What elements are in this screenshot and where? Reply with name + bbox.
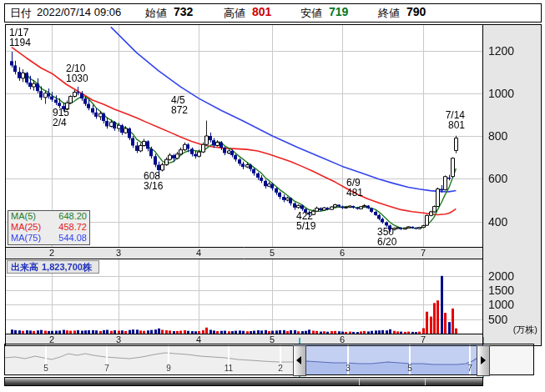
month-label-lower: 7 [415, 334, 431, 344]
chart-annotation: 7/14801 [437, 110, 465, 130]
chart-annotation: 1/171194 [9, 28, 31, 48]
price-axis-tick: 800 [488, 129, 507, 143]
chart-annotation: 3506/20 [377, 227, 396, 247]
month-label-upper: 3 [110, 248, 127, 258]
month-label-lower: 5 [264, 334, 280, 344]
ma-legend-label: MA(75) [11, 233, 41, 244]
quote-header: 日付 2022/07/14 09:06 始値 732 高値 801 安値 719… [4, 3, 542, 23]
chart-annotation: 6/9481 [346, 178, 363, 198]
price-axis-tick: 1000 [488, 87, 514, 100]
month-label-upper: 6 [334, 248, 351, 258]
navigator-selected-region[interactable] [305, 344, 477, 374]
volume-axis-tick: 2000 [488, 269, 514, 283]
right-arrow-icon [481, 356, 486, 364]
ma-legend-row: MA(25)458.72 [8, 222, 89, 233]
month-label-upper: 5 [264, 248, 280, 258]
month-label-lower: 4 [190, 334, 207, 344]
chart-annotation: 9152/4 [53, 108, 69, 128]
chart-annotation: 4225/19 [296, 211, 315, 231]
volume-unit-label: (万株) [482, 324, 537, 336]
chart-canvas [0, 0, 545, 392]
high-label: 高値 [224, 6, 245, 21]
ma-legend-value: 648.20 [58, 211, 87, 222]
month-label-upper: 4 [190, 248, 207, 258]
low-value: 719 [329, 5, 348, 18]
ma-legend-label: MA(25) [11, 222, 41, 233]
price-axis-tick: 1200 [488, 44, 514, 58]
month-label-upper: 7 [415, 248, 431, 258]
ma-legend: MA(5)648.20MA(25)458.72MA(75)544.08 [8, 210, 90, 245]
chart-annotation: 6083/16 [144, 171, 163, 191]
chart-annotation: 2/101030 [66, 63, 88, 83]
volume-axis-tick: 1500 [488, 284, 514, 297]
month-label-lower: 6 [334, 334, 351, 344]
ma-legend-row: MA(75)544.08 [8, 233, 89, 244]
ma-legend-value: 544.08 [58, 233, 87, 244]
navigator-left-arrow-button[interactable] [293, 345, 306, 376]
navigator-history-region[interactable] [5, 344, 293, 374]
volume-value: 1,823,700株 [42, 262, 92, 272]
volume-header: 出来高1,823,700株 [7, 260, 99, 274]
date-label: 日付 [10, 6, 32, 21]
volume-axis-tick: 1000 [488, 298, 514, 311]
ma-legend-row: MA(5)648.20 [8, 211, 89, 222]
stock-chart-widget: 日付 2022/07/14 09:06 始値 732 高値 801 安値 719… [0, 0, 545, 392]
volume-label: 出来高 [11, 262, 38, 272]
scrollbar-separator [425, 378, 426, 385]
navigator-right-arrow-button[interactable] [477, 345, 490, 376]
date-value: 2022/07/14 09:06 [37, 6, 121, 18]
open-label: 始値 [145, 6, 167, 21]
chart-annotation: 4/5872 [171, 95, 188, 115]
scrollbar-separator [359, 378, 360, 385]
close-label: 終値 [378, 6, 400, 21]
ma-legend-label: MA(5) [11, 211, 36, 222]
month-label-upper: 2 [43, 248, 60, 258]
high-value: 801 [252, 5, 271, 18]
month-label-lower: 2 [43, 334, 60, 344]
low-label: 安値 [300, 6, 322, 21]
horizontal-scrollbar[interactable] [4, 377, 483, 386]
close-value: 790 [406, 5, 426, 18]
open-value: 732 [174, 5, 193, 18]
left-arrow-icon [296, 356, 301, 364]
price-axis-tick: 600 [488, 172, 507, 185]
ma-legend-value: 458.72 [58, 222, 87, 233]
month-label-lower: 3 [110, 334, 127, 344]
price-axis-tick: 400 [488, 215, 507, 229]
